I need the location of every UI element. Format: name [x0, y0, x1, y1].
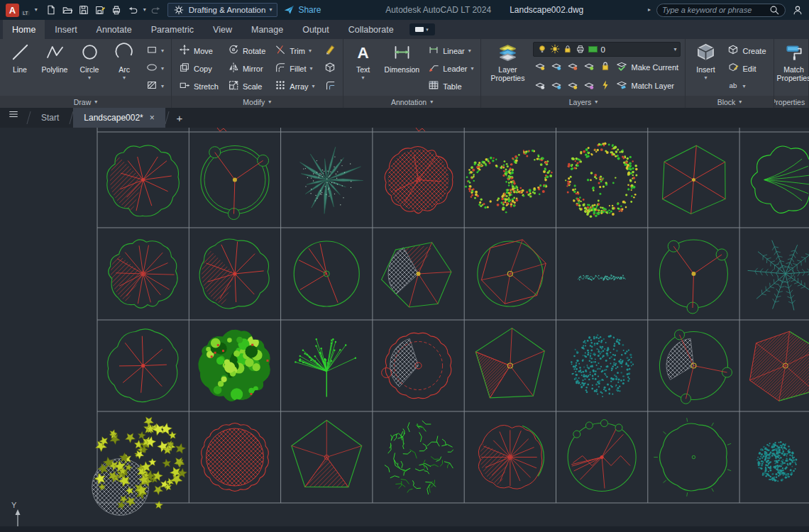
ribbon-tab-collaborate[interactable]: Collaborate: [339, 20, 403, 39]
ribbon-button-dimension[interactable]: Dimension: [383, 41, 422, 96]
panel-label-properties[interactable]: Properties▾: [774, 96, 808, 108]
plant-symbol-r2c4[interactable]: [382, 243, 451, 307]
file-tab-start[interactable]: Start: [31, 108, 70, 128]
plant-symbol-r4c8[interactable]: [756, 441, 797, 482]
ribbon-button-erase[interactable]: [321, 43, 339, 59]
hamburger-menu-icon[interactable]: [0, 108, 27, 120]
bulb-icon[interactable]: [537, 44, 547, 55]
ribbon-button-layer3[interactable]: [566, 60, 580, 75]
ribbon-button-layer1[interactable]: [533, 60, 547, 75]
plant-symbol-r1c1[interactable]: [107, 145, 180, 216]
ribbon-tab-annotate[interactable]: Annotate: [87, 20, 141, 39]
plant-symbol-r1c8[interactable]: [751, 146, 809, 213]
ribbon-tab-view[interactable]: View: [204, 20, 241, 39]
ribbon-button-layer2[interactable]: [549, 60, 563, 75]
printer-icon[interactable]: [576, 44, 585, 55]
ribbon-button-layer-properties[interactable]: Layer Properties: [485, 41, 529, 96]
workspace-dropdown[interactable]: Drafting & Annotation ▾: [167, 3, 278, 17]
ribbon-tab-insert[interactable]: Insert: [45, 20, 86, 39]
plant-symbol-r4c7[interactable]: [654, 418, 731, 497]
ribbon-button-layer7[interactable]: [566, 78, 580, 94]
ribbon-button-trim[interactable]: Trim▾: [272, 43, 317, 59]
share-button[interactable]: Share: [282, 4, 321, 16]
panel-label-layers[interactable]: Layers▾: [481, 96, 685, 108]
save-icon[interactable]: [78, 4, 90, 16]
app-menu-chevron-icon[interactable]: ▾: [35, 7, 38, 13]
sun-icon[interactable]: [550, 44, 560, 55]
plant-symbol-r4c1[interactable]: [92, 417, 187, 516]
plant-symbol-r3c5[interactable]: [475, 328, 544, 398]
ribbon-tab-home[interactable]: Home: [3, 20, 45, 39]
ribbon-button-leader[interactable]: Leader▾: [425, 60, 476, 77]
panel-label-draw[interactable]: Draw▾: [0, 96, 171, 108]
ribbon-button-hatch[interactable]: ▾: [143, 78, 167, 94]
ribbon-button-create[interactable]: Create: [725, 43, 769, 59]
ribbon-button-circle[interactable]: Circle▾: [74, 41, 105, 96]
plant-symbol-r2c5[interactable]: [478, 240, 546, 306]
ribbon-button-table[interactable]: Table: [425, 78, 476, 94]
plant-symbol-r3c6[interactable]: [571, 334, 634, 397]
close-icon[interactable]: ×: [150, 113, 155, 123]
plant-symbol-r1c3[interactable]: [300, 147, 363, 214]
undo-icon[interactable]: [127, 4, 139, 16]
drawing-viewport[interactable]: Y: [0, 128, 809, 532]
layer-select-dropdown[interactable]: 0▾: [533, 42, 681, 57]
ribbon-button-copy[interactable]: Copy: [176, 60, 221, 77]
ribbon-button-insert[interactable]: Insert▾: [690, 41, 721, 96]
undo-history-chevron-icon[interactable]: ▾: [143, 7, 146, 13]
plant-symbol-r1c4[interactable]: [385, 147, 453, 214]
redo-icon[interactable]: [150, 4, 163, 16]
ribbon-button-match-layer[interactable]: Match Layer: [615, 78, 676, 94]
plant-symbol-r3c4[interactable]: [382, 333, 451, 398]
ribbon-button-layer6[interactable]: [549, 78, 563, 94]
ribbon-button-layer4[interactable]: [582, 60, 596, 75]
new-tab-button[interactable]: +: [169, 108, 190, 128]
plant-symbol-r2c6[interactable]: [578, 275, 626, 281]
user-icon[interactable]: [791, 4, 803, 16]
new-icon[interactable]: [45, 4, 57, 16]
ribbon-button-arc[interactable]: Arc▾: [109, 41, 140, 96]
plant-symbol-r3c3[interactable]: [295, 338, 356, 397]
chevron-down-icon[interactable]: ▾: [673, 47, 676, 52]
ribbon-button-lock[interactable]: [598, 60, 612, 75]
file-tab-active[interactable]: Landscape002* ×: [73, 108, 165, 128]
ribbon-button-stretch[interactable]: Stretch: [176, 78, 221, 94]
plant-symbol-r3c1[interactable]: [108, 329, 178, 402]
panel-label-annotation[interactable]: Annotation▾: [343, 96, 481, 108]
plant-symbol-r4c6[interactable]: [568, 420, 636, 492]
plant-symbol-r4c5[interactable]: [478, 425, 544, 489]
plant-symbol-r1c6[interactable]: [565, 143, 637, 218]
plant-symbol-r2c2[interactable]: [199, 239, 269, 309]
plant-symbol-r2c7[interactable]: [659, 240, 727, 314]
app-logo[interactable]: A: [6, 4, 19, 17]
chevron-right-icon[interactable]: ▸: [648, 7, 651, 13]
search-icon[interactable]: [768, 4, 780, 16]
open-icon[interactable]: [62, 4, 74, 16]
plant-symbol-r4c2[interactable]: [202, 423, 269, 492]
ribbon-button-scale[interactable]: Scale: [225, 78, 268, 94]
search-input[interactable]: [662, 6, 764, 14]
ribbon-button-match-properties[interactable]: Match Properties: [778, 41, 809, 96]
ribbon-button-layer5[interactable]: [533, 78, 547, 94]
ribbon-tab-parametric[interactable]: Parametric: [142, 20, 203, 39]
ribbon-button-fillet[interactable]: Fillet▾: [272, 60, 317, 77]
plant-symbol-r4c3[interactable]: [292, 421, 362, 487]
plant-symbol-r1c2[interactable]: [201, 146, 269, 220]
plant-symbol-r3c8[interactable]: [750, 331, 809, 401]
plant-symbol-r3c2[interactable]: [199, 330, 270, 401]
ribbon-button-line[interactable]: Line: [4, 41, 35, 96]
ribbon-button-attributes[interactable]: ab▾: [725, 78, 769, 94]
plant-symbol-r4c4[interactable]: [385, 421, 453, 494]
ribbon-button-explode[interactable]: [321, 60, 339, 77]
plant-symbol-r2c3[interactable]: [294, 241, 359, 306]
ribbon-button-move[interactable]: Move: [176, 43, 221, 59]
ribbon-button-zap[interactable]: [598, 78, 612, 94]
ribbon-button-mirror[interactable]: Mirror: [225, 60, 268, 77]
plant-symbol-r3c7[interactable]: [659, 330, 732, 404]
plant-symbol-r2c1[interactable]: [109, 240, 177, 308]
drawing-canvas[interactable]: Y: [0, 128, 809, 532]
lock-icon[interactable]: [563, 44, 573, 55]
plant-symbol-r2c8[interactable]: [748, 240, 809, 311]
ribbon-button-linear[interactable]: Linear▾: [425, 43, 476, 59]
ribbon-button-offset[interactable]: [321, 78, 339, 94]
